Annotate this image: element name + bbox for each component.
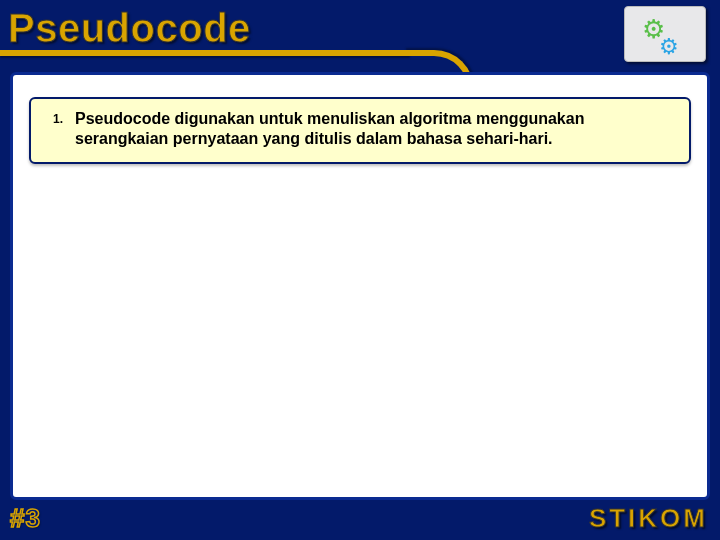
content-panel: 1. Pseudocode digunakan untuk menuliskan… (10, 72, 710, 500)
brand-label: STIKOM (589, 503, 708, 534)
note-text: Pseudocode digunakan untuk menuliskan al… (75, 109, 675, 150)
page-number: #3 (10, 503, 41, 534)
slide-title: Pseudocode (8, 6, 251, 51)
gears-icon (645, 20, 685, 48)
logo-box (624, 6, 706, 62)
note-box: 1. Pseudocode digunakan untuk menuliskan… (29, 97, 691, 164)
title-underline (0, 50, 410, 56)
note-number: 1. (45, 109, 63, 150)
list-item: 1. Pseudocode digunakan untuk menuliskan… (45, 109, 675, 150)
